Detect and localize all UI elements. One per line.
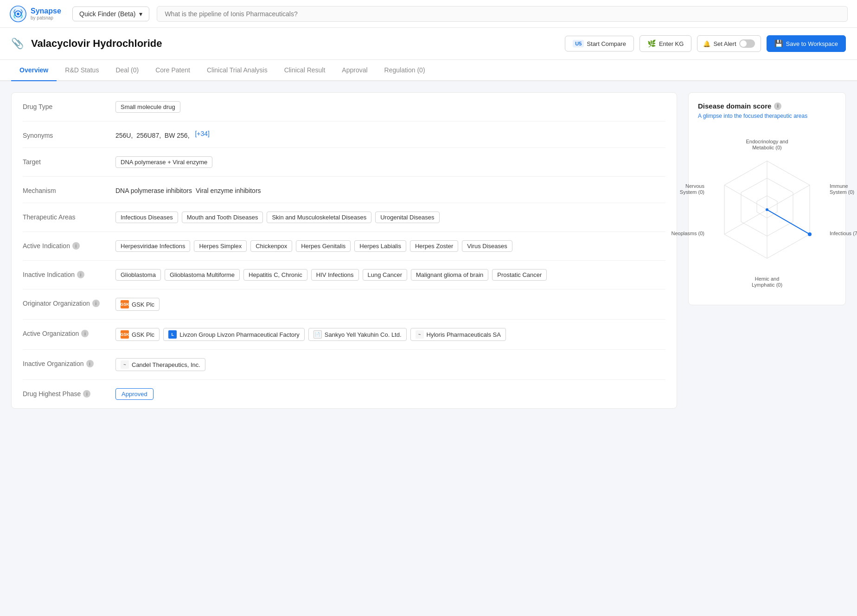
alert-toggle[interactable]: [739, 39, 755, 48]
therapeutic-areas-row: Therapeutic Areas Infectious Diseases Mo…: [23, 203, 665, 232]
inactive-tag-4: HIV Infections: [311, 269, 359, 281]
sankyo-name: Sankyo Yell Yakuhin Co. Ltd.: [325, 331, 402, 338]
highest-phase-info-icon[interactable]: i: [83, 390, 90, 398]
drug-header: 📎 Valacyclovir Hydrochloride U5 Start Co…: [0, 28, 857, 60]
set-alert-button[interactable]: 🔔 Set Alert: [697, 35, 761, 52]
active-org-content: GSK GSK Plc L Livzon Group Livzon Pharma…: [115, 328, 665, 341]
tab-rd-status[interactable]: R&D Status: [57, 60, 107, 81]
tabs-bar: Overview R&D Status Deal (0) Core Patent…: [0, 60, 857, 81]
svg-point-21: [766, 208, 768, 211]
svg-text:Endocrinology and: Endocrinology and: [746, 139, 788, 144]
svg-text:Infectious (7): Infectious (7): [830, 231, 857, 236]
tab-clinical-trial[interactable]: Clinical Trial Analysis: [198, 60, 276, 81]
svg-text:System (0): System (0): [680, 189, 704, 195]
svg-text:Nervous: Nervous: [685, 183, 704, 189]
drug-type-row: Drug Type Small molecule drug: [23, 93, 665, 122]
svg-point-2: [17, 13, 19, 15]
synonyms-label: Synonyms: [23, 130, 106, 139]
svg-point-22: [808, 232, 812, 236]
inactive-indication-row: Inactive Indication i Glioblastoma Gliob…: [23, 261, 665, 289]
drug-icon: 📎: [11, 38, 24, 50]
originator-org-gsk: GSK GSK Plc: [115, 298, 160, 311]
synonyms-more[interactable]: [+34]: [195, 130, 210, 137]
inactive-tag-7: Prostatic Cancer: [492, 269, 547, 281]
candel-name: Candel Therapeutics, Inc.: [132, 361, 200, 368]
inactive-tag-2: Glioblastoma Multiforme: [165, 269, 240, 281]
disease-domain-subtitle: A glimpse into the focused therapeutic a…: [698, 113, 836, 119]
synonyms-values: 256U, 256U87, BW 256,: [115, 130, 191, 139]
kg-icon: 🌿: [647, 39, 656, 48]
inactive-tag-3: Hepatitis C, Chronic: [243, 269, 307, 281]
indication-tag-3: Chickenpox: [250, 240, 292, 252]
originator-org-info-icon[interactable]: i: [92, 300, 100, 307]
mechanism-item-1: DNA polymerase inhibitors: [115, 185, 192, 194]
tab-approval[interactable]: Approval: [333, 60, 376, 81]
tab-deal[interactable]: Deal (0): [107, 60, 147, 81]
logo: Synapse by patsnap: [9, 5, 65, 23]
highest-phase-label: Drug Highest Phase i: [23, 388, 106, 398]
mechanism-row: Mechanism DNA polymerase inhibitors Vira…: [23, 177, 665, 203]
highest-phase-content: Approved: [115, 388, 665, 400]
svg-text:System (0): System (0): [830, 189, 854, 195]
inactive-tag-1: Glioblastoma: [115, 269, 161, 281]
quick-finder-button[interactable]: Quick Finder (Beta) ▾: [72, 6, 149, 21]
tab-overview[interactable]: Overview: [11, 60, 57, 81]
active-gsk-logo: GSK: [121, 330, 129, 339]
tab-regulation[interactable]: Regulation (0): [376, 60, 434, 81]
hyloris-logo: ~: [416, 330, 424, 339]
livzon-name: Livzon Group Livzon Pharmaceutical Facto…: [179, 331, 300, 338]
hyloris-name: Hyloris Pharmaceuticals SA: [427, 331, 501, 338]
therapeutic-tag-4: Urogenital Diseases: [375, 212, 439, 223]
originator-org-content: GSK GSK Plc: [115, 298, 665, 311]
chevron-down-icon: ▾: [139, 10, 142, 18]
active-org-gsk: GSK GSK Plc: [115, 328, 160, 341]
svg-text:Lymphatic (0): Lymphatic (0): [752, 282, 782, 288]
originator-org-row: Originator Organization i GSK GSK Plc: [23, 289, 665, 320]
drug-type-tag: Small molecule drug: [115, 101, 180, 113]
start-compare-label: Start Compare: [587, 40, 626, 47]
indication-tag-1: Herpesviridae Infections: [115, 240, 190, 252]
start-compare-button[interactable]: U5 Start Compare: [565, 36, 634, 51]
active-indication-content: Herpesviridae Infections Herpes Simplex …: [115, 240, 665, 252]
mechanism-item-2: Viral enzyme inhibitors: [196, 185, 261, 194]
enter-kg-button[interactable]: 🌿 Enter KG: [640, 35, 691, 52]
indication-tag-7: Virus Diseases: [462, 240, 512, 252]
active-org-sankyo: 📄 Sankyo Yell Yakuhin Co. Ltd.: [308, 328, 407, 341]
therapeutic-tag-3: Skin and Musculoskeletal Diseases: [267, 212, 371, 223]
inactive-indication-label: Inactive Indication i: [23, 269, 106, 278]
inactive-tag-6: Malignant glioma of brain: [411, 269, 488, 281]
originator-gsk-name: GSK Plc: [132, 301, 154, 308]
indication-tag-2: Herpes Simplex: [194, 240, 247, 252]
tab-core-patent[interactable]: Core Patent: [147, 60, 198, 81]
active-org-info-icon[interactable]: i: [81, 330, 89, 337]
target-row: Target DNA polymerase + Viral enzyme: [23, 148, 665, 177]
tab-clinical-result[interactable]: Clinical Result: [276, 60, 334, 81]
svg-text:Immune: Immune: [830, 183, 848, 189]
logo-sub: by patsnap: [31, 15, 61, 20]
target-label: Target: [23, 156, 106, 166]
left-panel: Drug Type Small molecule drug Synonyms 2…: [11, 92, 677, 409]
candel-logo: ~: [121, 360, 129, 369]
quick-finder-label: Quick Finder (Beta): [79, 10, 135, 18]
disease-domain-info-icon[interactable]: i: [774, 103, 781, 110]
save-workspace-button[interactable]: 💾 Save to Workspace: [767, 35, 846, 52]
sankyo-logo: 📄: [313, 330, 322, 339]
alert-icon: 🔔: [703, 40, 710, 47]
inactive-org-label: Inactive Organization i: [23, 358, 106, 367]
inactive-indication-info-icon[interactable]: i: [77, 271, 84, 278]
svg-text:Metabolic (0): Metabolic (0): [752, 145, 782, 150]
right-panel: Disease domain score i A glimpse into th…: [688, 92, 846, 409]
active-gsk-name: GSK Plc: [132, 331, 154, 338]
compare-icon: U5: [573, 40, 584, 47]
inactive-indication-content: Glioblastoma Glioblastoma Multiforme Hep…: [115, 269, 665, 281]
search-input[interactable]: [157, 6, 848, 22]
active-indication-info-icon[interactable]: i: [72, 242, 80, 250]
svg-text:Hemic and: Hemic and: [755, 276, 780, 282]
inactive-org-info-icon[interactable]: i: [86, 360, 94, 367]
active-indication-row: Active Indication i Herpesviridae Infect…: [23, 232, 665, 261]
livzon-logo: L: [168, 330, 177, 339]
main-content: Drug Type Small molecule drug Synonyms 2…: [0, 81, 857, 420]
target-tag: DNA polymerase + Viral enzyme: [115, 156, 212, 168]
mechanism-label: Mechanism: [23, 185, 106, 194]
synonyms-row: Synonyms 256U, 256U87, BW 256, [+34]: [23, 122, 665, 148]
